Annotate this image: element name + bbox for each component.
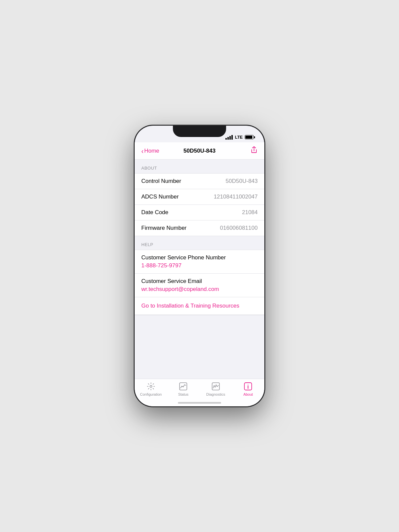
- configuration-icon: [146, 382, 156, 391]
- status-icons: LTE: [225, 135, 255, 140]
- tab-configuration[interactable]: Configuration: [135, 382, 167, 396]
- svg-rect-1: [180, 383, 187, 390]
- adcs-number-label: ADCS Number: [141, 194, 179, 200]
- svg-text:i: i: [247, 384, 249, 390]
- lte-label: LTE: [235, 135, 243, 140]
- tab-configuration-label: Configuration: [140, 392, 162, 396]
- home-indicator: [178, 402, 221, 404]
- content-area: ABOUT Control Number 50D50U-843 ADCS Num…: [135, 160, 264, 379]
- chevron-left-icon: ‹: [141, 148, 144, 154]
- tab-status-label: Status: [178, 392, 189, 396]
- table-row: ADCS Number 12108411002047: [135, 189, 264, 205]
- share-button[interactable]: [250, 146, 258, 155]
- signal-bar-2: [227, 137, 229, 140]
- resources-link-text: Go to Installation & Training Resources: [141, 303, 239, 309]
- tab-diagnostics-label: Diagnostics: [206, 392, 225, 396]
- email-link[interactable]: wr.techsupport@copeland.com: [141, 286, 258, 293]
- status-icon: [179, 382, 188, 391]
- table-row: Control Number 50D50U-843: [135, 174, 264, 189]
- tab-diagnostics[interactable]: Diagnostics: [200, 382, 232, 396]
- firmware-number-value: 016006081100: [220, 225, 258, 231]
- nav-title: 50D50U-843: [184, 148, 215, 154]
- phone-item: Customer Service Phone Number 1-888-725-…: [135, 250, 264, 274]
- signal-bar-1: [225, 138, 227, 140]
- phone-screen: LTE ‹ Home 50D50U-843: [135, 126, 264, 406]
- date-code-label: Date Code: [141, 209, 168, 216]
- date-code-value: 21084: [242, 209, 258, 216]
- back-button[interactable]: ‹ Home: [141, 148, 159, 154]
- tab-about[interactable]: i About: [232, 382, 265, 396]
- nav-bar: ‹ Home 50D50U-843: [135, 142, 264, 160]
- email-item: Customer Service Email wr.techsupport@co…: [135, 274, 264, 297]
- phone-link[interactable]: 1-888-725-9797: [141, 262, 258, 269]
- control-number-label: Control Number: [141, 178, 181, 185]
- help-section-header: HELP: [135, 236, 264, 250]
- empty-space: [135, 315, 264, 379]
- notch: [173, 126, 226, 137]
- tab-status[interactable]: Status: [167, 382, 200, 396]
- help-table: Customer Service Phone Number 1-888-725-…: [135, 250, 264, 315]
- about-icon: i: [243, 382, 253, 391]
- adcs-number-value: 12108411002047: [214, 194, 258, 200]
- svg-rect-2: [212, 383, 219, 390]
- control-number-value: 50D50U-843: [226, 178, 258, 185]
- resources-link-item[interactable]: Go to Installation & Training Resources: [135, 297, 264, 315]
- about-table: Control Number 50D50U-843 ADCS Number 12…: [135, 173, 264, 236]
- about-section-header: ABOUT: [135, 160, 264, 173]
- table-row: Firmware Number 016006081100: [135, 220, 264, 236]
- firmware-number-label: Firmware Number: [141, 225, 187, 231]
- battery-icon: [245, 135, 255, 139]
- back-label: Home: [144, 148, 159, 154]
- signal-bars-icon: [225, 135, 233, 140]
- tab-about-label: About: [243, 392, 253, 396]
- phone-frame: LTE ‹ Home 50D50U-843: [135, 126, 264, 406]
- signal-bar-3: [229, 136, 231, 140]
- phone-label: Customer Service Phone Number: [141, 254, 258, 261]
- email-label: Customer Service Email: [141, 278, 258, 285]
- svg-point-0: [150, 385, 152, 387]
- table-row: Date Code 21084: [135, 205, 264, 220]
- signal-bar-4: [231, 135, 233, 140]
- diagnostics-icon: [211, 382, 220, 391]
